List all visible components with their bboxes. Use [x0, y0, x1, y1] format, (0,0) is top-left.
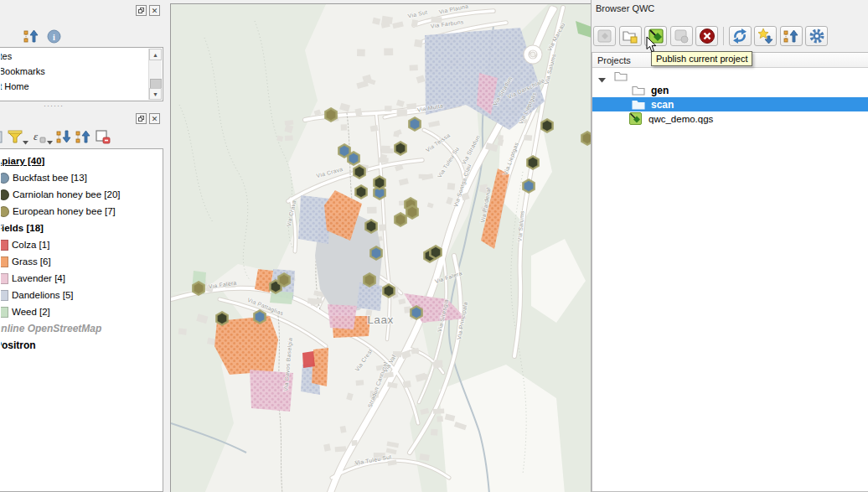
field-lavender	[328, 304, 357, 329]
publish-disabled-icon	[597, 28, 613, 44]
field-dandelions	[298, 195, 330, 244]
legend-label: European honey bee [7]	[13, 206, 116, 216]
info-button[interactable]: i	[46, 28, 62, 44]
favorites-download-icon	[757, 28, 774, 44]
filter-expression-icon: ε	[32, 129, 47, 145]
legend-label: Apiary [40]	[1, 156, 44, 166]
legend-item-weed-2[interactable]: Weed [2]	[1, 303, 163, 320]
browser-item-spatial-bookmarks[interactable]: Spatial Bookmarks	[1, 64, 163, 79]
new-folder-button[interactable]	[619, 26, 642, 46]
dropdown-arrow-icon	[47, 140, 53, 145]
layers-toolbar: ε	[0, 128, 111, 145]
remove-layer-button[interactable]	[95, 129, 111, 145]
legend-item-buckfast-bee-13[interactable]: Buckfast bee [13]	[1, 169, 163, 186]
tree-row-qwc_demo.qgs[interactable]: qwc_demo.qgs	[592, 111, 868, 126]
filter-legend-icon	[8, 129, 23, 145]
hive-marker	[523, 179, 534, 192]
filter-expression-button[interactable]: ε	[32, 129, 53, 145]
map-svg: Via SutVia PlaunaVia FarbunsVia Darschia…	[171, 4, 592, 492]
publish-disabled-button[interactable]	[593, 26, 616, 46]
expand-all-icon	[56, 129, 72, 145]
browser-panel-float-button[interactable]	[136, 5, 147, 16]
hive-marker	[348, 152, 359, 164]
dock-splitter[interactable]: ······	[44, 103, 64, 108]
browser-toolbar: i	[23, 28, 62, 45]
legend-label: Buckfast bee [13]	[13, 173, 87, 183]
tree-row-label: scan	[651, 98, 674, 111]
info-icon: i	[47, 29, 61, 44]
publish-tooltip: Publish current project	[651, 51, 752, 66]
browser-item-label: Spatial Bookmarks	[1, 66, 45, 76]
legend-item-dandelions-5[interactable]: Dandelions [5]	[1, 287, 163, 303]
favorites-download-button[interactable]	[754, 26, 777, 46]
legend-item-apiary-40[interactable]: Apiary [40]	[1, 153, 163, 169]
delete-icon	[699, 28, 716, 44]
svg-text:ε: ε	[34, 130, 39, 142]
point-swatch	[1, 189, 9, 200]
hive-marker	[395, 142, 406, 154]
arrow-down-icon: ▼	[152, 91, 158, 97]
collapse-all-button[interactable]	[780, 26, 803, 46]
upload-disabled-button[interactable]	[670, 26, 693, 46]
layers-panel-close-button[interactable]: ✕	[149, 113, 160, 124]
layers-panel-float-button[interactable]	[136, 113, 147, 124]
hive-marker	[406, 205, 417, 218]
hive-marker	[278, 273, 289, 286]
mouse-cursor	[646, 37, 658, 57]
tree-row-scan[interactable]: scan	[592, 97, 868, 111]
float-icon	[138, 116, 144, 122]
browser-list-scrollbar[interactable]: ▲ ▼	[148, 49, 162, 100]
tree-row-gen[interactable]: gen	[592, 83, 868, 97]
settings-button[interactable]	[805, 26, 828, 46]
svg-text:i: i	[53, 33, 55, 42]
field-colza	[302, 351, 315, 368]
tree-row-root[interactable]	[592, 69, 868, 83]
legend-item-fields-18[interactable]: Fields [18]	[1, 220, 163, 236]
legend-item-colza-1[interactable]: Colza [1]	[1, 236, 163, 253]
collapse-all-icon	[23, 28, 39, 44]
field-grass	[312, 348, 328, 386]
hive-marker	[383, 284, 394, 297]
hive-marker	[374, 176, 385, 189]
left-dock: ✕ i FavoritesSpatial BookmarksProject Ho…	[0, 0, 165, 492]
hive-marker	[254, 310, 265, 323]
roundabout	[526, 48, 540, 61]
tree-row-label: qwc_demo.qgs	[648, 112, 713, 126]
legend-item-carniolan-honey-bee-20[interactable]: Carniolan honey bee [20]	[1, 186, 163, 203]
expand-all-button[interactable]	[56, 129, 72, 145]
legend-item-online-openstreetmap[interactable]: Online OpenStreetMap	[1, 320, 163, 337]
refresh-button[interactable]	[729, 26, 752, 46]
legend-item-grass-6[interactable]: Grass [6]	[1, 253, 163, 270]
legend-label: Weed [2]	[12, 307, 50, 317]
filter-legend-button[interactable]	[8, 129, 28, 145]
hive-marker	[325, 108, 336, 121]
legend-label: Grass [6]	[12, 256, 51, 267]
browser-panel-close-button[interactable]: ✕	[149, 5, 160, 16]
settings-icon	[809, 28, 825, 44]
projects-tree: Projects genscanqwc_demo.qgs	[592, 52, 868, 492]
hive-marker	[365, 220, 376, 232]
legend-item-lavender-4[interactable]: Lavender [4]	[1, 270, 163, 287]
dropdown-arrow-icon	[23, 140, 28, 145]
browser-item-project-home[interactable]: Project Home	[1, 79, 163, 94]
hive-marker	[216, 312, 227, 324]
tree-row-label: gen	[651, 84, 669, 97]
styling-partial-button[interactable]	[0, 129, 4, 145]
point-swatch	[1, 173, 9, 184]
scroll-up-button[interactable]: ▲	[149, 49, 162, 60]
hive-marker	[541, 119, 552, 132]
legend-label: Positron	[1, 339, 36, 351]
collapse-all-button[interactable]	[75, 129, 91, 145]
collapse-all-button[interactable]	[23, 28, 39, 44]
fill-swatch	[1, 273, 8, 284]
legend-item-european-honey-bee-7[interactable]: European honey bee [7]	[1, 203, 163, 220]
legend-item-positron[interactable]: Positron	[1, 337, 163, 354]
point-swatch	[1, 206, 9, 217]
fill-swatch	[1, 240, 8, 251]
map-canvas[interactable]: Via SutVia PlaunaVia FarbunsVia Darschia…	[170, 3, 592, 492]
legend-label: Colza [1]	[12, 240, 49, 250]
browser-item-favorites[interactable]: Favorites	[1, 49, 163, 64]
collapse-all-icon	[783, 28, 799, 44]
delete-button[interactable]	[695, 26, 718, 46]
scroll-down-button[interactable]: ▼	[149, 88, 162, 100]
